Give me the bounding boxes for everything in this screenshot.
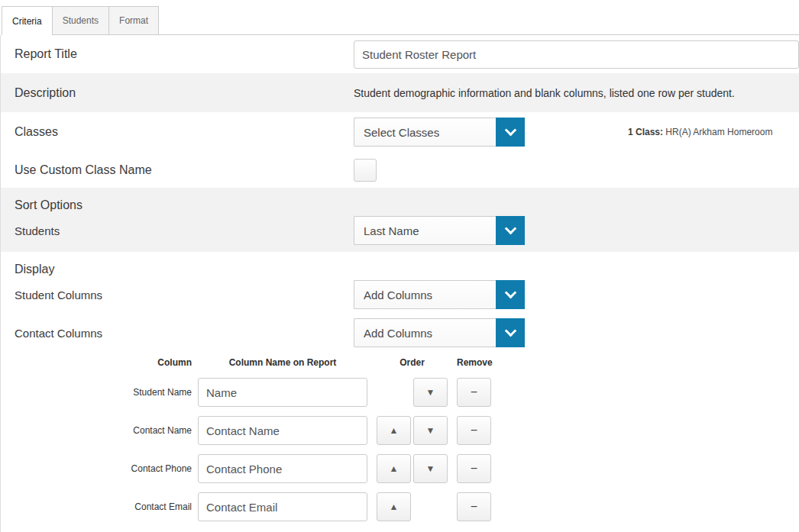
use-custom-class-name-label: Use Custom Class Name: [15, 163, 354, 177]
table-row: Student Name ▲ ▼ −: [1, 378, 799, 407]
class-count: 1 Class:: [628, 127, 663, 137]
remove-column-button[interactable]: −: [457, 378, 491, 407]
class-names: HR(A) Arkham Homeroom: [663, 127, 772, 137]
display-section: Display Student Columns Add Columns Cont…: [1, 252, 799, 347]
student-columns-value: Add Columns: [354, 280, 496, 309]
move-down-button[interactable]: ▼: [413, 378, 448, 407]
use-custom-class-name-checkbox[interactable]: [354, 159, 377, 182]
chevron-down-icon: [504, 287, 516, 299]
report-title-label: Report Title: [15, 47, 354, 61]
dropdown-caret-button[interactable]: [496, 118, 525, 147]
column-source-label: Student Name: [1, 387, 192, 398]
column-source-label: Contact Phone: [1, 463, 192, 474]
sort-options-heading: Sort Options: [1, 197, 799, 214]
chevron-down-icon: [504, 223, 516, 235]
sort-students-row: Students Last Name: [1, 216, 799, 245]
display-heading: Display: [1, 261, 799, 278]
header-order: Order: [377, 357, 448, 368]
classes-row: Classes Select Classes 1 Class: HR(A) Ar…: [1, 112, 799, 152]
select-classes-value: Select Classes: [354, 118, 496, 147]
move-up-button[interactable]: ▲: [377, 416, 411, 445]
remove-column-button[interactable]: −: [457, 492, 491, 521]
contact-columns-value: Add Columns: [354, 318, 496, 347]
sort-students-value: Last Name: [354, 216, 496, 245]
header-column: Column: [1, 357, 192, 368]
student-columns-dropdown[interactable]: Add Columns: [354, 280, 525, 309]
description-text: Student demographic information and blan…: [354, 87, 735, 99]
dropdown-caret-button[interactable]: [496, 280, 525, 309]
student-columns-row: Student Columns Add Columns: [1, 280, 799, 309]
table-row: Contact Email ▲ ▼ −: [1, 492, 799, 521]
criteria-panel: Report Title Description Student demogra…: [0, 35, 799, 532]
select-classes-dropdown[interactable]: Select Classes: [354, 118, 525, 147]
column-name-input[interactable]: [198, 454, 367, 483]
move-down-button[interactable]: ▼: [413, 454, 448, 483]
selected-classes-summary: 1 Class: HR(A) Arkham Homeroom: [628, 127, 772, 137]
report-title-row: Report Title: [1, 35, 799, 73]
sort-options-section: Sort Options Students Last Name: [1, 188, 799, 252]
header-column-name-on-report: Column Name on Report: [198, 357, 367, 368]
contact-columns-row: Contact Columns Add Columns: [1, 318, 799, 347]
move-up-button[interactable]: ▲: [377, 454, 411, 483]
custom-class-name-row: Use Custom Class Name: [1, 152, 799, 188]
sort-students-label: Students: [15, 224, 354, 237]
columns-table-rows: Student Name ▲ ▼ − Contact Name ▲ ▼ − Co…: [1, 378, 799, 521]
table-row: Contact Phone ▲ ▼ −: [1, 454, 799, 483]
table-row: Contact Name ▲ ▼ −: [1, 416, 799, 445]
column-source-label: Contact Email: [1, 501, 192, 512]
move-up-button[interactable]: ▲: [377, 492, 411, 521]
description-label: Description: [15, 86, 354, 100]
tab-students[interactable]: Students: [53, 6, 109, 34]
column-name-input[interactable]: [198, 416, 367, 445]
report-title-input[interactable]: [354, 40, 799, 69]
description-row: Description Student demographic informat…: [1, 73, 799, 112]
column-name-input[interactable]: [198, 378, 367, 407]
contact-columns-label: Contact Columns: [15, 327, 354, 340]
sort-students-dropdown[interactable]: Last Name: [354, 216, 525, 245]
tab-format[interactable]: Format: [109, 6, 159, 34]
column-name-input[interactable]: [198, 492, 367, 521]
columns-table-header: Column Column Name on Report Order Remov…: [1, 356, 799, 369]
columns-table: Column Column Name on Report Order Remov…: [1, 356, 799, 521]
tab-bar: Criteria Students Format: [2, 0, 799, 35]
column-source-label: Contact Name: [1, 425, 192, 436]
classes-label: Classes: [15, 125, 354, 139]
chevron-down-icon: [504, 325, 516, 337]
contact-columns-dropdown[interactable]: Add Columns: [354, 318, 525, 347]
remove-column-button[interactable]: −: [457, 416, 491, 445]
dropdown-caret-button[interactable]: [496, 318, 525, 347]
remove-column-button[interactable]: −: [457, 454, 491, 483]
student-columns-label: Student Columns: [15, 289, 354, 301]
tab-criteria[interactable]: Criteria: [2, 6, 53, 35]
move-down-button[interactable]: ▼: [413, 416, 448, 445]
header-remove: Remove: [457, 357, 491, 368]
dropdown-caret-button[interactable]: [496, 216, 525, 245]
chevron-down-icon: [504, 124, 516, 137]
